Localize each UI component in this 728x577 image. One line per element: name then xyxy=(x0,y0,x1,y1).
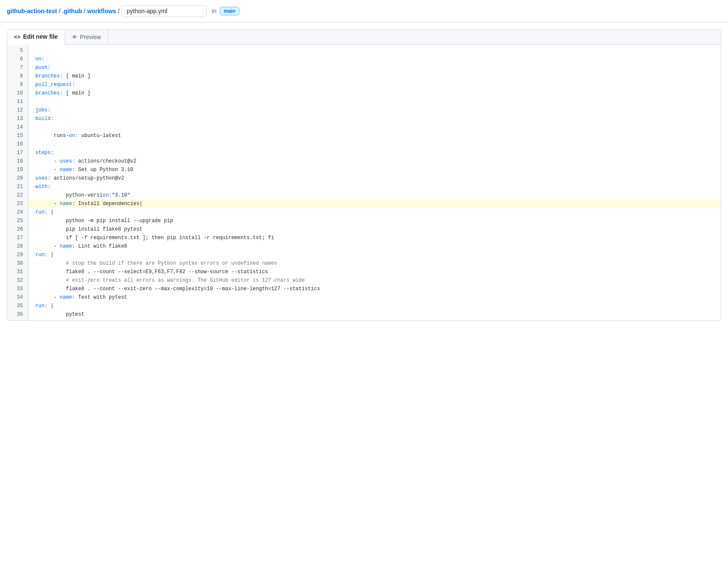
code-line: pytest xyxy=(28,310,721,319)
line-number: 19 xyxy=(7,166,28,174)
code-line: branches: [ main ] xyxy=(28,72,721,80)
line-number: 16 xyxy=(7,140,28,149)
tab-preview[interactable]: 👁 Preview xyxy=(65,30,108,44)
code-line: uses: actions/setup-python@v2 xyxy=(28,174,721,183)
code-line xyxy=(28,140,721,149)
top-bar: github-action-test / .github / workflows… xyxy=(0,0,728,23)
editor-tabs: <> Edit new file 👁 Preview xyxy=(7,30,721,45)
line-number: 12 xyxy=(7,106,28,114)
code-icon: <> xyxy=(14,34,20,40)
line-number: 27 xyxy=(7,234,28,242)
line-number: 17 xyxy=(7,149,28,157)
breadcrumb-repo[interactable]: github-action-test xyxy=(7,8,57,14)
breadcrumb-dir1[interactable]: .github xyxy=(62,8,82,14)
code-line: - name: Test with pytest xyxy=(28,293,721,302)
breadcrumb-dir2[interactable]: workflows xyxy=(87,8,116,14)
line-number: 5 xyxy=(7,46,28,55)
breadcrumb-sep1: / xyxy=(59,8,60,14)
line-number: 24 xyxy=(7,208,28,217)
line-number: 22 xyxy=(7,191,28,200)
code-line: build: xyxy=(28,114,721,123)
line-number: 21 xyxy=(7,183,28,191)
line-number: 31 xyxy=(7,268,28,276)
editor-container: <> Edit new file 👁 Preview 5678910111213… xyxy=(7,29,721,321)
filename-input[interactable] xyxy=(121,5,207,17)
line-number: 10 xyxy=(7,89,28,97)
line-number: 30 xyxy=(7,259,28,268)
code-line xyxy=(28,97,721,106)
line-number: 34 xyxy=(7,293,28,302)
line-number: 13 xyxy=(7,114,28,123)
line-number: 14 xyxy=(7,123,28,131)
code-line xyxy=(28,123,721,131)
code-line: python-version: "3.10" xyxy=(28,191,721,200)
line-numbers: 5678910111213141516171819202122232425262… xyxy=(7,45,28,320)
line-number: 15 xyxy=(7,131,28,140)
code-line: run: | xyxy=(28,302,721,310)
line-number: 35 xyxy=(7,302,28,310)
line-number: 8 xyxy=(7,72,28,80)
line-number: 25 xyxy=(7,217,28,225)
tab-preview-label: Preview xyxy=(80,34,101,40)
line-number: 20 xyxy=(7,174,28,183)
code-line: flake8 . --count --select=E9,F63,F7,F82 … xyxy=(28,268,721,276)
code-line: on: xyxy=(28,55,721,63)
preview-icon: 👁 xyxy=(72,34,77,40)
line-number: 11 xyxy=(7,97,28,106)
line-number: 9 xyxy=(7,80,28,89)
code-line: pull_request: xyxy=(28,80,721,89)
breadcrumb-sep3: / xyxy=(118,8,119,14)
line-number: 23 xyxy=(7,200,28,208)
code-line: steps: xyxy=(28,149,721,157)
code-line: - name: Set up Python 3.10 xyxy=(28,166,721,174)
code-line: branches: [ main ] xyxy=(28,89,721,97)
code-editor[interactable]: 5678910111213141516171819202122232425262… xyxy=(7,45,721,320)
in-label: in xyxy=(212,8,216,14)
code-line: if [ -f requirements.txt ]; then pip ins… xyxy=(28,234,721,242)
line-number: 26 xyxy=(7,225,28,234)
code-line: flake8 . --count --exit-zero --max-compl… xyxy=(28,285,721,293)
code-line: - name: Lint with flake8 xyxy=(28,242,721,251)
line-number: 33 xyxy=(7,285,28,293)
code-line: with: xyxy=(28,183,721,191)
line-number: 7 xyxy=(7,63,28,72)
tab-edit-label: Edit new file xyxy=(23,33,58,40)
code-line: python -m pip install --upgrade pip xyxy=(28,217,721,225)
code-line: # exit-zero treats all errors as warning… xyxy=(28,276,721,285)
code-line: # stop the build if there are Python syn… xyxy=(28,259,721,268)
breadcrumb-sep2: / xyxy=(84,8,85,14)
code-line: - uses: actions/checkout@v2 xyxy=(28,157,721,166)
code-content[interactable]: on: push: branches: [ main ] pull_reques… xyxy=(28,45,721,320)
code-line xyxy=(28,46,721,55)
code-line: - name: Install dependencies| xyxy=(28,200,721,208)
breadcrumb: github-action-test / .github / workflows… xyxy=(7,5,239,17)
branch-label: main xyxy=(220,7,239,15)
line-number: 6 xyxy=(7,55,28,63)
code-line: run: | xyxy=(28,208,721,217)
code-line: jobs: xyxy=(28,106,721,114)
line-number: 32 xyxy=(7,276,28,285)
line-number: 28 xyxy=(7,242,28,251)
line-number: 36 xyxy=(7,310,28,319)
line-number: 29 xyxy=(7,251,28,259)
tab-edit[interactable]: <> Edit new file xyxy=(7,30,65,45)
code-line: run: | xyxy=(28,251,721,259)
code-line: pip install flake8 pytest xyxy=(28,225,721,234)
line-number: 18 xyxy=(7,157,28,166)
code-line: push: xyxy=(28,63,721,72)
code-line: runs-on: ubuntu-latest xyxy=(28,131,721,140)
